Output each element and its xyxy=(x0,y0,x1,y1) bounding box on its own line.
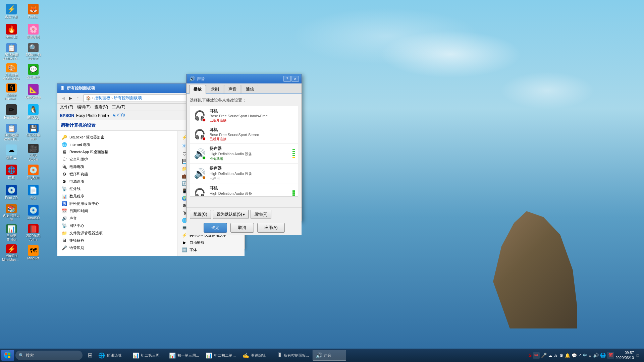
icon-img: ☁ xyxy=(6,144,17,155)
device-bose-stereo[interactable]: 🎧 耳机 Bose Free SoundSport Stereo 已断开连接 xyxy=(190,125,298,144)
ok-button[interactable]: 确定 xyxy=(204,223,227,233)
volume-tray-icon[interactable]: 🔊 xyxy=(593,353,599,358)
icon-mujian[interactable]: 📊 目键更题.xlsx xyxy=(2,223,21,242)
tray-expand-icon[interactable]: ▲ xyxy=(588,354,592,357)
icon-neibieshuji[interactable]: 📚 内必书籍大版 xyxy=(2,203,21,222)
tab-sounds[interactable]: 声音 xyxy=(224,85,241,94)
icon-wangyi[interactable]: 🌐 网易 xyxy=(2,163,21,182)
cancel-button[interactable]: 取消 xyxy=(230,223,254,233)
icon-pentablet[interactable]: ✏ PentaBlet xyxy=(2,102,21,122)
cp-shortcuts[interactable]: 🖩 捷径解答 xyxy=(60,237,174,244)
dialog-help-button[interactable]: ? xyxy=(283,76,291,82)
cp-calc[interactable]: 📊 数几程序 xyxy=(60,192,174,200)
icon-ultraiso[interactable]: 💿 UltraISO xyxy=(23,203,43,222)
lang-indicator[interactable]: 中 xyxy=(533,352,540,359)
start-button[interactable] xyxy=(1,350,14,361)
cp-fileoptions[interactable]: 📁 文件资源管理器选项 xyxy=(60,229,174,237)
input-method-icon[interactable]: 中 xyxy=(583,353,587,358)
icon-adobe-reader[interactable]: 📕 2020年高六中+ xyxy=(23,223,43,242)
fileoptions-label: 文件资源管理器选项 xyxy=(69,231,103,236)
icon-jierban[interactable]: 🎨 几儿画板4.06中文版 xyxy=(2,62,21,81)
breadcrumb-home[interactable]: 🏠 xyxy=(86,96,91,101)
taskbar-excel2[interactable]: 📊 初一第三周... xyxy=(166,350,202,361)
task-view-button[interactable]: ⊞ xyxy=(85,350,95,361)
cp-programs[interactable]: ⚙ 程序和功能 xyxy=(60,170,174,178)
dialog-close-button[interactable]: ✕ xyxy=(291,76,299,82)
icon-qq[interactable]: 🐧 腾讯QQ xyxy=(23,102,43,122)
taskbar-excel3[interactable]: 📊 初二初二第... xyxy=(203,350,238,361)
dialog-window-controls: ? ✕ xyxy=(283,76,299,82)
cp-network[interactable]: 📡 网络中心 xyxy=(60,222,174,229)
cp-datetime[interactable]: 📅 日期和时间 xyxy=(60,207,174,215)
icon-meitu[interactable]: 🌸 美图秀秀 xyxy=(23,22,43,41)
notifications-button[interactable]: □ xyxy=(635,350,640,361)
menu-file[interactable]: 文件(F) xyxy=(60,104,73,110)
icon-qiyeweixin[interactable]: 💬 企业微信 xyxy=(23,62,43,81)
taskbar-control[interactable]: 🎛 所有控制面板... xyxy=(274,350,312,361)
device-bose-handsfree[interactable]: 🎧 耳机 Bose Free SoundSport Hands-Free 已断开… xyxy=(190,106,298,125)
icon-adobe-flash[interactable]: ⚡ MindJet MindManager Profe... xyxy=(2,243,21,262)
taskbar-youfu[interactable]: ✍ 勇辅编辑 xyxy=(239,350,273,361)
icon-2018s[interactable]: 📋 2018放课软件V10... xyxy=(2,122,21,142)
icon-adobe-illustrator[interactable]: 🅰 Adobe Illustrat... xyxy=(2,82,21,102)
tab-recording[interactable]: 录制 xyxy=(207,85,223,94)
cp-remoteapp[interactable]: 🖥 RemoteApp 和桌面连接 xyxy=(60,148,174,156)
icon-123scan[interactable]: 🔍 123can-扫描方式 xyxy=(23,42,43,61)
device-hda-speaker1[interactable]: 🔊 扬声器 High Definition Audio 设备 准备就绪 xyxy=(190,144,298,164)
icon-label: 123can-扫描方式 xyxy=(25,53,42,60)
cp-speech[interactable]: 🎤 语音识别 xyxy=(60,244,174,251)
network-tray-icon[interactable]: 🌐 xyxy=(600,353,606,358)
up-button[interactable]: ↑ xyxy=(74,95,82,102)
print-button[interactable]: 🖨 打印 xyxy=(112,113,125,118)
cp-power2[interactable]: ⚙ 电源选项 xyxy=(60,178,174,185)
properties-button[interactable]: 属性(P) xyxy=(251,210,271,219)
icon-office[interactable]: 📄 办公 xyxy=(23,183,43,202)
icon-mindjet[interactable]: 🗺 MindJet xyxy=(23,243,43,262)
icon-fuzhao[interactable]: ☁ 福照 ☁ xyxy=(2,142,21,162)
shortcuts-label: 捷径解答 xyxy=(69,238,84,243)
device-name3: High Definition Audio 设备 xyxy=(210,152,292,157)
system-clock[interactable]: 09:57 2020/03/10 xyxy=(615,350,634,361)
cp-sound[interactable]: 🔊 声音 xyxy=(60,215,174,222)
cp-infrared[interactable]: 📡 红外线 xyxy=(60,185,174,192)
language-selector[interactable]: 简 xyxy=(607,352,614,359)
cp-security[interactable]: 🛡 安全和维护 xyxy=(60,156,174,163)
breadcrumb-all[interactable]: 所有控制面板项 xyxy=(114,95,142,101)
cp-power[interactable]: 🔌 电源选项 xyxy=(60,163,174,170)
taskbar-excel1[interactable]: 📊 初二第三周... xyxy=(129,350,165,361)
icon-firefox[interactable]: 🦊 Firefox xyxy=(23,2,43,21)
set-default-button[interactable]: 设为默认值(S) ▾ xyxy=(213,210,249,219)
autoplay-label: 自动播放 xyxy=(190,240,204,245)
dialog-title-icon: 🔊 xyxy=(189,76,195,81)
icon-geogebra[interactable]: 📐 GeoGebra xyxy=(23,82,43,102)
icon-obs[interactable]: 🎥 OBS Studio xyxy=(23,142,43,162)
menu-edit[interactable]: 编辑(E) xyxy=(77,104,91,110)
menu-tools[interactable]: 工具(T) xyxy=(112,104,125,110)
breadcrumb-control[interactable]: 控制面板 xyxy=(94,95,110,101)
icon-img: 🦊 xyxy=(28,4,39,14)
cp-fonts[interactable]: 🔤 字体 xyxy=(180,246,242,253)
cp-autoplay[interactable]: ▶ 自动播放 xyxy=(180,239,242,246)
cp-internet[interactable]: 🌐 Internet 选项 xyxy=(60,141,174,148)
apply-button[interactable]: 应用(A) xyxy=(257,223,285,233)
programs-icon: ⚙ xyxy=(61,171,67,177)
cp-bitlocker[interactable]: 🔑 BitLocker 驱动器加密 xyxy=(60,133,174,141)
taskbar-youke[interactable]: 🌐 优课场域 xyxy=(95,350,129,361)
tab-communications[interactable]: 通信 xyxy=(241,85,258,94)
icon-stc51[interactable]: 💾 STC51单片机 xyxy=(23,122,43,142)
icon-imgburn[interactable]: 💿 ImgBurn xyxy=(23,163,43,182)
tab-playback[interactable]: 播放 xyxy=(189,85,206,94)
back-button[interactable]: ◀ xyxy=(59,95,67,102)
configure-button[interactable]: 配置(C) xyxy=(190,210,211,219)
icon-2018[interactable]: 📋 2018放课软件V1.0... xyxy=(2,42,21,61)
device-hda-headphone[interactable]: 🎧 耳机 High Definition Audio 设备 准备就绪 xyxy=(190,183,298,196)
device-hda-speaker2[interactable]: 🔊 扬声器 High Definition Audio 设备 已停用 xyxy=(190,164,298,183)
icon-nero[interactable]: 🔥 Nero 12 xyxy=(2,22,21,41)
taskbar-sound[interactable]: 🔊 声音 xyxy=(313,350,346,361)
menu-view[interactable]: 查看(V) xyxy=(95,104,108,110)
search-box[interactable]: 🔍 搜索 xyxy=(15,351,83,360)
cp-ease[interactable]: ♿ 轻松使用设置中心 xyxy=(60,200,174,207)
icon-printcd[interactable]: 💿 Print CD xyxy=(2,183,21,202)
forward-button[interactable]: ▶ xyxy=(67,95,74,102)
icon-xiazai[interactable]: ⚡ 迅雷下载 xyxy=(2,2,21,21)
